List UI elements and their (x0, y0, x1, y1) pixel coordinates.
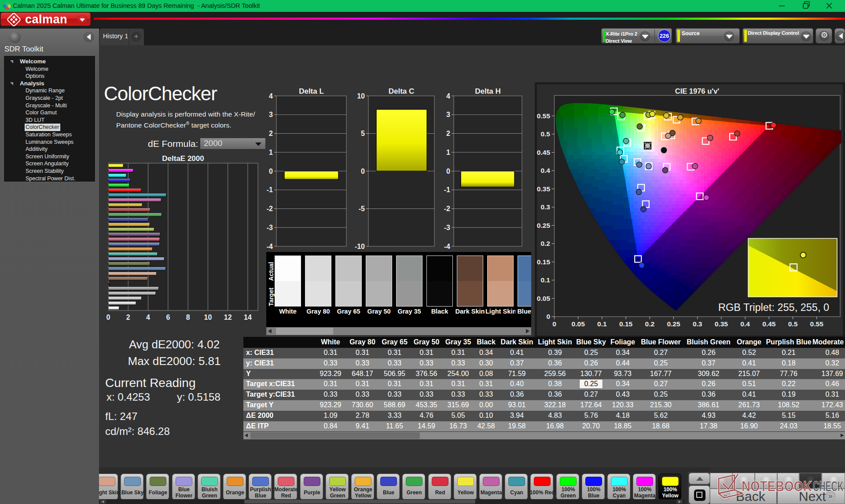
svg-text:Delta H: Delta H (475, 87, 501, 95)
svg-text:1: 1 (446, 149, 450, 156)
svg-text:RGB Triplet: 255, 255, 0: RGB Triplet: 255, 255, 0 (718, 302, 829, 313)
svg-text:Delta L: Delta L (299, 87, 324, 95)
svg-text:0.2: 0.2 (645, 320, 655, 328)
svg-text:0.35: 0.35 (537, 185, 551, 193)
svg-text:0.35: 0.35 (715, 320, 728, 328)
svg-text:0.4: 0.4 (540, 167, 550, 174)
svg-text:0.1: 0.1 (540, 276, 550, 284)
svg-text:10: 10 (204, 314, 212, 321)
svg-text:2: 2 (269, 130, 273, 137)
svg-text:2: 2 (446, 130, 450, 137)
svg-text:-4: -4 (267, 243, 273, 250)
svg-text:0.05: 0.05 (572, 320, 585, 328)
svg-text:-2: -2 (444, 205, 450, 212)
svg-text:0: 0 (546, 313, 550, 320)
svg-text:0.25: 0.25 (667, 320, 680, 328)
svg-text:0.5: 0.5 (540, 130, 550, 138)
svg-text:0.45: 0.45 (537, 149, 551, 156)
svg-text:4: 4 (446, 92, 450, 100)
svg-text:-1: -1 (444, 186, 450, 194)
svg-text:0.05: 0.05 (537, 295, 551, 302)
svg-text:1: 1 (269, 149, 273, 156)
svg-text:3: 3 (446, 111, 450, 118)
svg-text:CHECK: CHECK (813, 478, 844, 494)
svg-text:-1: -1 (267, 186, 273, 194)
svg-text:0.1: 0.1 (597, 320, 607, 328)
svg-text:10: 10 (357, 92, 365, 100)
svg-text:0: 0 (269, 168, 273, 175)
svg-text:0: 0 (361, 168, 365, 175)
svg-text:4: 4 (146, 314, 150, 321)
svg-text:0.15: 0.15 (537, 258, 551, 266)
svg-text:CIE 1976 u'v': CIE 1976 u'v' (675, 87, 720, 95)
svg-text:0: 0 (107, 314, 110, 321)
svg-text:-5: -5 (359, 205, 365, 212)
svg-text:6: 6 (166, 314, 170, 321)
svg-text:8: 8 (186, 314, 190, 321)
svg-text:5: 5 (361, 130, 365, 137)
svg-text:0.15: 0.15 (619, 320, 633, 328)
svg-text:0.55: 0.55 (537, 112, 551, 120)
svg-text:4: 4 (269, 92, 273, 100)
svg-text:0: 0 (446, 168, 450, 175)
svg-text:0.4: 0.4 (740, 320, 750, 328)
svg-text:0.5: 0.5 (788, 320, 798, 328)
svg-text:-3: -3 (267, 224, 273, 231)
svg-text:14: 14 (244, 314, 252, 321)
svg-text:2: 2 (126, 314, 130, 321)
svg-text:NOTEBOOK: NOTEBOOK (742, 478, 812, 494)
svg-text:0: 0 (552, 320, 556, 328)
svg-text:0.55: 0.55 (810, 320, 824, 328)
svg-text:-4: -4 (444, 243, 450, 250)
svg-text:0.45: 0.45 (762, 320, 776, 328)
svg-text:-3: -3 (444, 224, 450, 231)
svg-text:12: 12 (224, 314, 232, 321)
svg-text:0.3: 0.3 (540, 203, 550, 211)
svg-text:3: 3 (269, 111, 273, 118)
svg-text:Delta C: Delta C (389, 87, 415, 95)
svg-text:0.3: 0.3 (693, 320, 702, 328)
svg-text:-2: -2 (267, 205, 273, 212)
svg-text:0.2: 0.2 (540, 240, 550, 247)
svg-text:DeltaE 2000: DeltaE 2000 (162, 154, 204, 163)
svg-text:-10: -10 (355, 243, 365, 250)
svg-text:0.25: 0.25 (537, 222, 551, 229)
